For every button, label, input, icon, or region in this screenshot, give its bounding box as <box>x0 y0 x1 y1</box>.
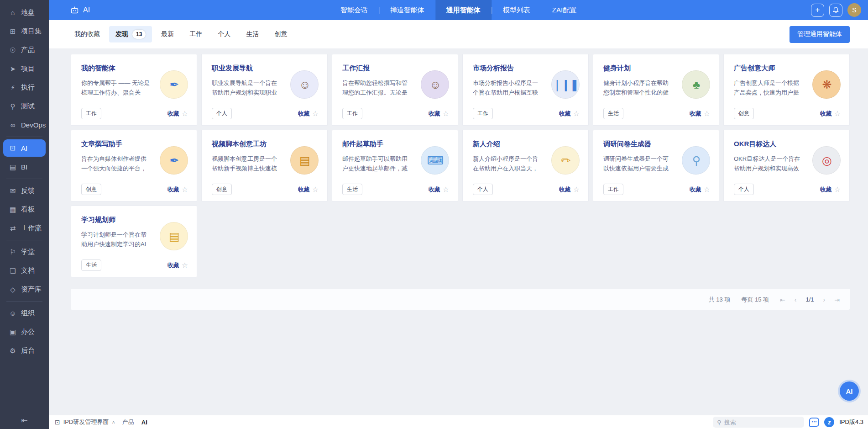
star-icon: ☆ <box>443 109 449 118</box>
favorite-button[interactable]: 收藏 ☆ <box>298 109 319 118</box>
sidebar-item-test[interactable]: ⚲ 测试 <box>0 97 49 116</box>
office-screen-icon: ▣ <box>9 328 17 336</box>
search-box[interactable]: ⚲ <box>713 417 804 428</box>
sidebar-item-assets[interactable]: ◇ 资产库 <box>0 280 49 299</box>
agent-card[interactable]: 调研问卷生成器 调研问卷生成器是一个可以快速依据用户需要生成问… ⚲ 工作 收藏… <box>593 130 719 201</box>
current-page-indicator: 1/1 <box>806 296 814 303</box>
agent-card[interactable]: 广告创意大师 广告创意大师是一个根据产品卖点，快速为用户提供… ❋ 创意 收藏 … <box>723 54 850 126</box>
sidebar-item-label: 执行 <box>21 83 35 92</box>
favorite-button[interactable]: 收藏 ☆ <box>429 109 449 118</box>
sidebar-item-label: 测试 <box>21 102 35 111</box>
sidebar-item-execution[interactable]: ⚡ 执行 <box>0 78 49 97</box>
search-input[interactable] <box>724 419 793 426</box>
sidebar-item-ai[interactable]: ⊡ AI <box>3 139 46 157</box>
filter-tab-life[interactable]: 生活 <box>240 26 265 42</box>
sidebar-collapse-button[interactable]: ⇤ <box>0 416 49 425</box>
per-page-selector[interactable]: 每页 15 项 <box>741 296 769 304</box>
avatar-glyph: ❘❙❚ <box>553 78 579 91</box>
category-tag: 个人 <box>212 108 232 119</box>
favorite-button[interactable]: 收藏 ☆ <box>690 109 710 118</box>
manage-agents-button[interactable]: 管理通用智能体 <box>790 26 850 43</box>
agent-card[interactable]: 新人介绍 新人介绍小程序是一个旨在帮助用户在入职当天，快… ✏ 个人 收藏 ☆ <box>462 130 589 201</box>
agent-card[interactable]: 文章撰写助手 旨在为自媒体创作者提供一个强大而便捷的平台，助… ✒ 创意 收藏 … <box>71 130 197 201</box>
category-tag: 生活 <box>342 184 362 195</box>
zentao-logo-icon[interactable]: z <box>824 417 834 427</box>
sidebar-item-label: 反馈 <box>21 186 35 195</box>
laptop-avatar-icon: ⌨ <box>421 146 449 175</box>
sidebar-nav-list: ⌂ 地盘 ⊞ 项目集 ☉ 产品 ➤ 项目 <box>0 0 49 360</box>
bottom-menu-ai[interactable]: AI <box>141 419 147 426</box>
favorite-button[interactable]: 收藏 ☆ <box>820 109 841 118</box>
sidebar-item-home[interactable]: ⌂ 地盘 <box>0 3 49 22</box>
woman-technologist-avatar-icon: ☺ <box>290 70 319 99</box>
avatar-glyph: ◎ <box>822 154 831 167</box>
workspace-switcher[interactable]: ⊡ IPD研发管理界面 ˄ <box>55 418 115 426</box>
favorite-button[interactable]: 收藏 ☆ <box>167 109 188 118</box>
agent-card[interactable]: 职业发展导航 职业发展导航是一个旨在帮助用户规划和实现职业目… ☺ 个人 收藏 … <box>201 54 328 126</box>
chart-monitor-icon: ▤ <box>9 163 17 171</box>
favorite-button[interactable]: 收藏 ☆ <box>298 185 319 194</box>
sidebar-item-feedback[interactable]: ✉ 反馈 <box>0 181 49 200</box>
sidebar-item-office[interactable]: ▣ 办公 <box>0 323 49 341</box>
filter-tab-label: 最新 <box>161 30 174 38</box>
nav-tab-general-agents[interactable]: 通用智能体 <box>435 0 492 20</box>
filter-tab-favorites[interactable]: 我的收藏 <box>68 26 106 42</box>
agent-card[interactable]: 工作汇报 旨在帮助您轻松撰写和管理您的工作汇报。无论是每… ☺ 工作 收藏 ☆ <box>332 54 458 126</box>
favorite-button[interactable]: 收藏 ☆ <box>690 185 710 194</box>
favorite-button[interactable]: 收藏 ☆ <box>559 109 580 118</box>
pushpin-avatar-icon: ◎ <box>812 146 841 175</box>
avatar-glyph: ❋ <box>822 78 831 91</box>
sidebar-item-org[interactable]: ☺ 组织 <box>0 304 49 323</box>
bottom-menu-product[interactable]: 产品 <box>122 418 134 426</box>
last-page-icon[interactable]: ⇥ <box>834 296 840 303</box>
chat-bubble-icon[interactable]: ⋯ <box>809 418 819 427</box>
filter-tab-discover[interactable]: 发现 13 <box>109 26 152 42</box>
nav-tab-zentao-agents[interactable]: 禅道智能体 <box>379 0 435 20</box>
favorite-button[interactable]: 收藏 ☆ <box>429 185 449 194</box>
sidebar-item-kanban[interactable]: ▦ 看板 <box>0 200 49 219</box>
agent-card[interactable]: 市场分析报告 市场分析报告小程序是一个旨在帮助用户根据互联网… ❘❙❚ 工作 收… <box>462 54 589 126</box>
notifications-button[interactable] <box>829 4 842 17</box>
top-tab-label: 模型列表 <box>503 6 530 15</box>
agent-card[interactable]: 我的智能体 你的专属帮手 —— 无论是梳理工作待办、聚合关键… ✒ 工作 收藏 … <box>71 54 197 126</box>
agent-card[interactable]: 视频脚本创意工坊 视频脚本创意工房是一个帮助新手视频博主快速梳理… ▤ 创意 收… <box>201 130 328 201</box>
agent-card[interactable]: 学习规划师 学习计划师是一个旨在帮助用户快速制定学习的AI小… ▤ 生活 收藏 … <box>71 206 197 277</box>
agent-card[interactable]: 健身计划 健身计划小程序旨在帮助您制定和管理个性化的健身… ♣ 生活 收藏 ☆ <box>593 54 719 126</box>
agent-card-footer: 工作 收藏 ☆ <box>342 108 449 119</box>
user-avatar[interactable]: S <box>847 3 861 17</box>
next-page-icon[interactable]: › <box>823 296 826 303</box>
nav-tab-smart-chat[interactable]: 智能会话 <box>329 0 379 20</box>
prev-page-icon[interactable]: ‹ <box>795 296 797 303</box>
favorite-button[interactable]: 收藏 ☆ <box>167 185 188 194</box>
sidebar-item-product[interactable]: ☉ 产品 <box>0 41 49 59</box>
sidebar-item-school[interactable]: ⚐ 学堂 <box>0 243 49 261</box>
filter-tab-personal[interactable]: 个人 <box>211 26 237 42</box>
ai-floating-button[interactable]: AI <box>840 381 859 401</box>
sidebar-item-bi[interactable]: ▤ BI <box>0 158 49 176</box>
favorite-label: 收藏 <box>820 110 832 118</box>
first-page-icon[interactable]: ⇤ <box>780 296 785 303</box>
favorite-button[interactable]: 收藏 ☆ <box>167 261 188 270</box>
sidebar-item-admin[interactable]: ⚙ 后台 <box>0 341 49 360</box>
filter-tab-latest[interactable]: 最新 <box>155 26 180 42</box>
favorite-button[interactable]: 收藏 ☆ <box>820 185 841 194</box>
favorite-button[interactable]: 收藏 ☆ <box>559 185 580 194</box>
sidebar-item-devops[interactable]: ∞ DevOps <box>0 116 49 134</box>
sidebar-item-workflow[interactable]: ⇄ 工作流 <box>0 219 49 238</box>
app-screen: ⌂ 地盘 ⊞ 项目集 ☉ 产品 ➤ 项目 <box>0 0 868 429</box>
filter-tab-creative[interactable]: 创意 <box>268 26 293 42</box>
nav-tab-model-list[interactable]: 模型列表 <box>492 0 541 20</box>
add-button[interactable]: + <box>811 4 824 17</box>
plus-icon: + <box>816 5 820 15</box>
sidebar-item-program[interactable]: ⊞ 项目集 <box>0 22 49 41</box>
nav-tab-zai-config[interactable]: ZAI配置 <box>541 0 587 20</box>
agent-card[interactable]: 邮件起草助手 邮件起草助手可以帮助用户更快速地起草邮件，减少… ⌨ 生活 收藏 … <box>332 130 458 201</box>
filter-tab-label: 发现 <box>115 30 128 38</box>
filter-tab-work[interactable]: 工作 <box>183 26 209 42</box>
star-icon: ☆ <box>312 185 319 194</box>
agent-card-footer: 生活 收藏 ☆ <box>603 108 710 119</box>
agent-card[interactable]: OKR目标达人 OKR目标达人是一个旨在帮助用户规划和实现高效目… ◎ 个人 收… <box>723 130 850 201</box>
sidebar-item-project[interactable]: ➤ 项目 <box>0 59 49 78</box>
sidebar-item-docs[interactable]: ❏ 文档 <box>0 261 49 280</box>
avatar-glyph: ✒ <box>170 154 178 167</box>
